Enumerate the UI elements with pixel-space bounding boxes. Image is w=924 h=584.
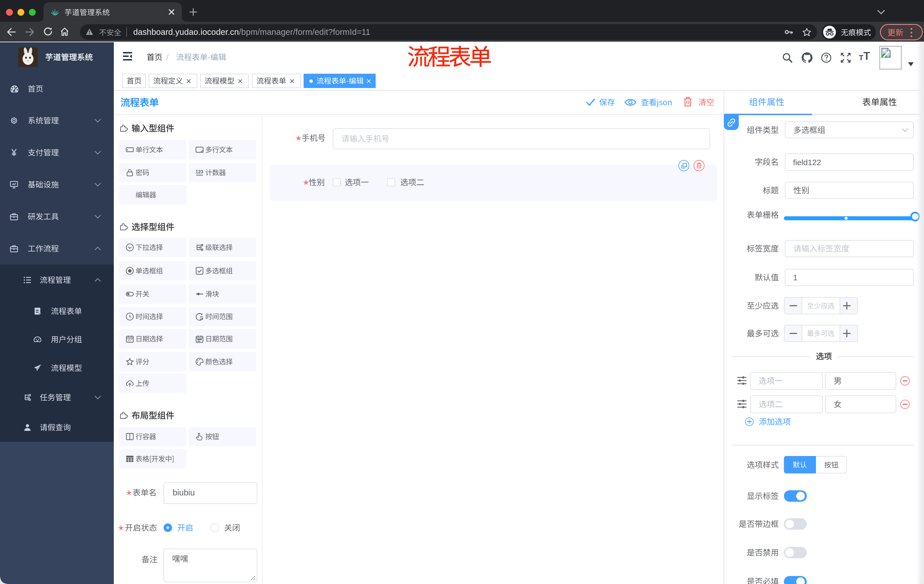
svg-text:123: 123 [196, 169, 203, 174]
